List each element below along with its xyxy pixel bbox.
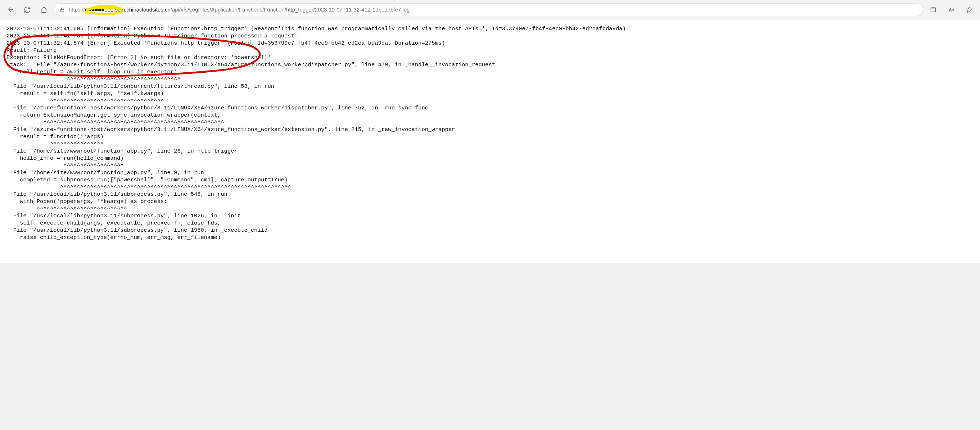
address-bar[interactable]: https://■■■■■■001.scm.chinacloudsites.cn… xyxy=(54,3,923,16)
url-path: /api/vfs/LogFiles/Application/Functions/… xyxy=(170,6,410,13)
svg-rect-2 xyxy=(931,8,935,12)
refresh-icon xyxy=(24,6,31,13)
url-scheme: https:// xyxy=(69,6,85,13)
back-button[interactable] xyxy=(4,3,17,16)
app-mode-button[interactable] xyxy=(927,3,940,16)
svg-marker-5 xyxy=(966,7,972,12)
star-icon xyxy=(966,6,973,13)
back-icon xyxy=(7,6,14,13)
home-button[interactable] xyxy=(37,3,50,16)
page-content: 2023-10-07T11:32:41.605 [Information] Ex… xyxy=(0,19,980,263)
svg-text:A: A xyxy=(949,8,952,12)
url-redacted: ■■■■■■001.s xyxy=(85,6,118,13)
lock-icon xyxy=(59,7,65,13)
browser-toolbar: https://■■■■■■001.scm.chinacloudsites.cn… xyxy=(0,0,980,19)
url-host: cm.chinacloudsites.cn xyxy=(118,6,170,13)
svg-rect-1 xyxy=(60,10,64,11)
favorite-button[interactable] xyxy=(963,3,976,16)
read-aloud-button[interactable]: A xyxy=(945,3,958,16)
refresh-button[interactable] xyxy=(21,3,34,16)
toolbar-right: A xyxy=(927,3,976,16)
home-icon xyxy=(40,6,48,13)
app-icon xyxy=(930,6,937,13)
read-aloud-icon: A xyxy=(948,6,955,13)
url-text: https://■■■■■■001.scm.chinacloudsites.cn… xyxy=(69,6,410,13)
log-output: 2023-10-07T11:32:41.605 [Information] Ex… xyxy=(6,25,978,241)
